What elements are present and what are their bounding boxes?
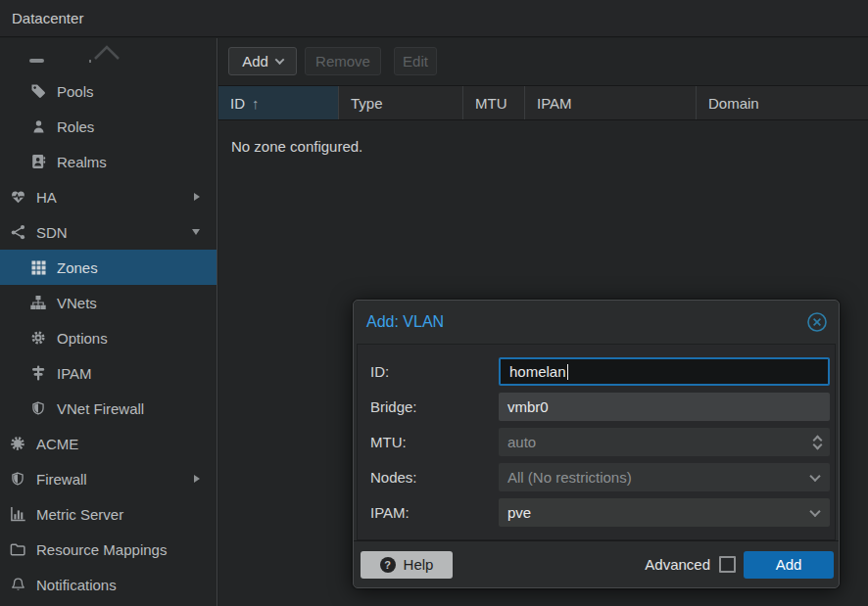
sidebar-item-vnets[interactable]: VNets (0, 285, 217, 320)
sidebar-partial-row[interactable] (0, 38, 217, 73)
chevron-down-icon[interactable] (192, 229, 200, 235)
chevron-up-icon (94, 44, 120, 61)
zones-toolbar: Add Remove Edit (218, 38, 868, 85)
sidebar-item-label: Zones (57, 259, 98, 276)
heartbeat-icon (8, 188, 27, 206)
mtu-placeholder: auto (507, 434, 536, 450)
question-circle-icon: ? (380, 557, 396, 573)
sidebar-item-label: Realms (57, 154, 107, 170)
sidebar-item-label: HA (36, 189, 57, 206)
sidebar-item-pools[interactable]: Pools (0, 73, 217, 109)
sidebar-item-label: Notifications (36, 577, 117, 593)
folder-icon (8, 540, 27, 558)
bar-chart-icon (8, 505, 27, 523)
chevron-down-icon (274, 55, 284, 65)
shield-icon (8, 470, 27, 488)
sidebar-item-label: Resource Mappings (36, 541, 167, 558)
address-book-icon (28, 153, 48, 170)
nodes-field-label: Nodes: (370, 469, 499, 486)
bell-icon (8, 576, 27, 593)
dialog-header[interactable]: Add: VLAN (354, 301, 839, 344)
sidebar-item-resource-mappings[interactable]: Resource Mappings (0, 532, 217, 567)
empty-table-message: No zone configured. (218, 120, 868, 155)
sidebar-item-roles[interactable]: Roles (0, 109, 217, 144)
column-header-mtu[interactable]: MTU (463, 86, 525, 119)
grid-icon (28, 258, 48, 276)
mtu-field-label: MTU: (370, 434, 499, 450)
gear-icon (28, 329, 48, 347)
sidebar-item-label: IPAM (57, 365, 92, 382)
form-row-ipam: IPAM: pve (370, 498, 830, 527)
sidebar-item-label: Firewall (36, 471, 87, 488)
nodes-placeholder: All (No restrictions) (507, 469, 632, 486)
sidebar-item-firewall[interactable]: Firewall (0, 461, 217, 496)
sidebar-item-options[interactable]: Options (0, 320, 217, 355)
id-field-label: ID: (370, 363, 499, 380)
dialog-footer: ? Help Advanced Add (354, 540, 839, 587)
sidebar-item-zones[interactable]: Zones (0, 250, 217, 285)
page-title: Datacenter (12, 10, 83, 26)
chevron-right-icon[interactable] (194, 475, 200, 483)
column-header-id[interactable]: ID ↑ (218, 86, 339, 119)
form-row-bridge: Bridge: vmbr0 (370, 393, 830, 421)
chevron-down-icon (809, 505, 820, 516)
sidebar-item-ipam[interactable]: IPAM (0, 355, 217, 391)
ipam-dropdown[interactable]: pve (499, 498, 830, 527)
sidebar-item-label: VNet Firewall (57, 400, 144, 417)
user-icon (28, 117, 48, 135)
sidebar-item-ha[interactable]: HA (0, 179, 217, 214)
remove-button[interactable]: Remove (305, 47, 381, 75)
sidebar-item-metric-server[interactable]: Metric Server (0, 496, 217, 532)
edit-button[interactable]: Edit (394, 47, 437, 75)
column-header-domain[interactable]: Domain (697, 86, 868, 119)
nodes-dropdown[interactable]: All (No restrictions) (499, 463, 830, 491)
ipam-dropdown-value: pve (507, 504, 531, 521)
sidebar-item-label: Metric Server (36, 506, 123, 523)
sitemap-icon (28, 294, 48, 311)
sidebar-item-label: Pools (57, 83, 94, 100)
spinner-arrows-icon[interactable] (814, 437, 821, 448)
chevron-down-icon (809, 470, 820, 481)
column-header-ipam[interactable]: IPAM (525, 86, 697, 119)
bridge-input[interactable]: vmbr0 (499, 393, 830, 421)
dialog-body: ID: homelan Bridge: vmbr0 MTU: auto (357, 344, 836, 540)
bridge-input-value: vmbr0 (507, 398, 549, 415)
add-vlan-dialog: Add: VLAN ID: homelan Bridge: vmbr0 MTU:… (353, 300, 840, 588)
advanced-label: Advanced (645, 556, 710, 573)
chevron-right-icon[interactable] (194, 193, 200, 201)
dialog-add-button[interactable]: Add (744, 551, 834, 579)
sidebar-item-label: SDN (36, 224, 68, 241)
dialog-title: Add: VLAN (366, 313, 444, 331)
sidebar-item-realms[interactable]: Realms (0, 144, 217, 179)
partial-text-fragment (89, 60, 91, 63)
id-input-value: homelan (509, 363, 566, 380)
ipam-field-label: IPAM: (370, 504, 499, 521)
sidebar-item-acme[interactable]: ACME (0, 426, 217, 461)
sort-ascending-icon: ↑ (252, 95, 260, 112)
column-header-type[interactable]: Type (339, 86, 463, 119)
tag-icon (28, 82, 48, 100)
bridge-field-label: Bridge: (370, 398, 499, 415)
sidebar-item-label: ACME (36, 436, 78, 452)
sidebar-tree: Pools Roles Realms HA SDN Zones (0, 38, 217, 606)
advanced-checkbox[interactable] (719, 556, 736, 573)
network-nodes-icon (8, 223, 27, 241)
close-icon[interactable] (806, 311, 828, 333)
top-header-bar: Datacenter (0, 0, 868, 37)
add-button[interactable]: Add (228, 47, 297, 75)
sidebar-item-sdn[interactable]: SDN (0, 214, 217, 250)
form-row-nodes: Nodes: All (No restrictions) (370, 463, 830, 491)
sidebar-item-notifications[interactable]: Notifications (0, 567, 217, 602)
signpost-icon (28, 364, 48, 382)
mtu-spinner[interactable]: auto (499, 428, 830, 456)
help-button[interactable]: ? Help (361, 551, 453, 579)
shield-icon (28, 399, 48, 417)
sidebar-item-label: Roles (57, 118, 94, 135)
id-input[interactable]: homelan (499, 357, 830, 386)
certificate-icon (8, 435, 27, 452)
form-row-id: ID: homelan (370, 357, 830, 386)
text-cursor (567, 364, 569, 380)
form-row-mtu: MTU: auto (370, 428, 830, 456)
table-header-row: ID ↑ Type MTU IPAM Domain (218, 85, 868, 120)
sidebar-item-vnet-firewall[interactable]: VNet Firewall (0, 391, 217, 426)
